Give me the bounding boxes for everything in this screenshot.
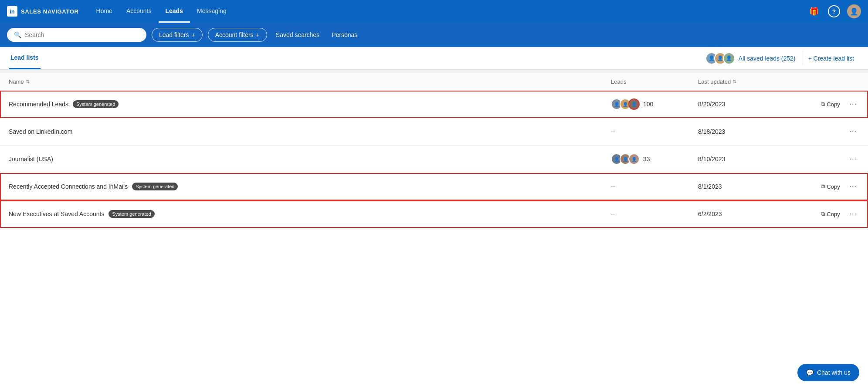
leads-count: -- xyxy=(611,210,615,217)
actions-new-executives: ⧉ Copy ··· xyxy=(807,208,859,220)
actions-saved-linkedin: ··· xyxy=(807,126,859,137)
lead-avatars: 👤 👤 👤 xyxy=(611,98,640,110)
row-name-text: Recently Accepted Connections and InMail… xyxy=(9,183,128,190)
leads-cell-recommended: 👤 👤 👤 100 xyxy=(611,98,698,110)
lead-avatars: 👤 👤 👤 xyxy=(611,153,640,165)
top-nav: in SALES NAVIGATOR Home Accounts Leads M… xyxy=(0,0,868,23)
row-name-journalist: Journalist (USA) xyxy=(9,156,611,163)
create-lead-list-label: + Create lead list xyxy=(808,55,854,62)
copy-label: Copy xyxy=(827,101,840,108)
user-avatar[interactable]: 👤 xyxy=(847,4,861,18)
system-badge: System generated xyxy=(108,210,154,218)
col-leads-header: Leads xyxy=(611,78,698,85)
actions-recommended: ⧉ Copy ··· xyxy=(807,98,859,110)
gift-icon-button[interactable]: 🎁 xyxy=(807,4,821,18)
personas-link[interactable]: Personas xyxy=(328,30,361,40)
table-row: Journalist (USA) 👤 👤 👤 33 8/10/2023 ··· xyxy=(0,146,868,173)
leads-cell-journalist: 👤 👤 👤 33 xyxy=(611,153,698,165)
copy-icon: ⧉ xyxy=(821,183,825,190)
date-new-executives: 6/2/2023 xyxy=(698,210,807,217)
copy-button-new-executives[interactable]: ⧉ Copy xyxy=(817,209,843,219)
search-input[interactable] xyxy=(25,31,139,38)
lead-avatar-j3: 👤 xyxy=(628,153,640,165)
copy-label: Copy xyxy=(827,211,840,217)
copy-icon: ⧉ xyxy=(821,101,825,108)
more-button-journalist[interactable]: ··· xyxy=(847,153,859,165)
row-name-recommended-leads: Recommended Leads System generated xyxy=(9,100,611,108)
name-sort-icon[interactable]: ⇅ xyxy=(26,79,30,85)
table-container: Name ⇅ Leads Last updated ⇅ Recommended … xyxy=(0,73,868,228)
row-name-text: Journalist (USA) xyxy=(9,156,53,163)
nav-accounts[interactable]: Accounts xyxy=(119,0,159,23)
row-name-new-executives: New Executives at Saved Accounts System … xyxy=(9,210,611,218)
lead-filters-button[interactable]: Lead filters + xyxy=(152,28,203,42)
copy-label: Copy xyxy=(827,183,840,190)
copy-button-recommended[interactable]: ⧉ Copy xyxy=(817,99,843,109)
tabs-bar: Lead lists 👤 👤 👤 All saved leads (252) +… xyxy=(0,47,868,70)
help-icon-button[interactable]: ? xyxy=(828,5,840,17)
create-lead-list-button[interactable]: + Create lead list xyxy=(803,51,859,65)
all-saved-leads-link[interactable]: 👤 👤 👤 All saved leads (252) xyxy=(705,52,796,64)
table-row: Recently Accepted Connections and InMail… xyxy=(0,173,868,200)
tab-lead-lists[interactable]: Lead lists xyxy=(9,47,41,69)
chat-with-us-button[interactable]: 💬 Chat with us xyxy=(797,364,859,381)
leads-cell-saved-linkedin: -- xyxy=(611,128,698,135)
lead-filters-label: Lead filters xyxy=(159,31,189,38)
account-filters-label: Account filters xyxy=(215,31,254,38)
chat-icon: 💬 xyxy=(806,369,814,376)
date-recently-accepted: 8/1/2023 xyxy=(698,183,807,190)
tabs-left: Lead lists xyxy=(9,47,51,69)
search-icon: 🔍 xyxy=(14,31,21,38)
table-row: New Executives at Saved Accounts System … xyxy=(0,200,868,228)
system-badge: System generated xyxy=(132,183,178,190)
copy-button-recently-accepted[interactable]: ⧉ Copy xyxy=(817,181,843,192)
date-journalist: 8/10/2023 xyxy=(698,156,807,163)
leads-count: -- xyxy=(611,183,615,190)
date-recommended: 8/20/2023 xyxy=(698,101,807,108)
table-row: Recommended Leads System generated 👤 👤 👤… xyxy=(0,91,868,118)
account-filters-button[interactable]: Account filters + xyxy=(208,28,267,42)
nav-messaging[interactable]: Messaging xyxy=(190,0,234,23)
linkedin-icon: in xyxy=(7,6,17,17)
col-name-header: Name ⇅ xyxy=(9,78,611,85)
more-button-recently-accepted[interactable]: ··· xyxy=(847,181,859,192)
search-bar: 🔍 Lead filters + Account filters + Saved… xyxy=(0,23,868,47)
more-button-recommended[interactable]: ··· xyxy=(847,98,859,110)
leads-cell-new-executives: -- xyxy=(611,210,698,217)
chat-label: Chat with us xyxy=(817,369,851,376)
nav-leads[interactable]: Leads xyxy=(159,0,190,23)
row-name-text: Recommended Leads xyxy=(9,101,68,108)
table-header: Name ⇅ Leads Last updated ⇅ xyxy=(0,73,868,91)
nav-links: Home Accounts Leads Messaging xyxy=(89,0,807,23)
brand-name: SALES NAVIGATOR xyxy=(21,8,79,15)
divider xyxy=(0,70,868,73)
more-button-saved-linkedin[interactable]: ··· xyxy=(847,126,859,137)
nav-right: 🎁 ? 👤 xyxy=(807,4,861,18)
nav-logo[interactable]: in SALES NAVIGATOR xyxy=(7,6,79,17)
system-badge: System generated xyxy=(73,100,119,108)
all-saved-leads-label: All saved leads (252) xyxy=(739,55,796,62)
copy-icon: ⧉ xyxy=(821,210,825,217)
col-actions-header xyxy=(807,78,859,85)
avatar-stack: 👤 👤 👤 xyxy=(705,52,735,64)
avatar-3: 👤 xyxy=(723,52,735,64)
last-updated-sort-icon[interactable]: ⇅ xyxy=(732,79,736,85)
nav-home[interactable]: Home xyxy=(89,0,119,23)
row-name-saved-linkedin: Saved on LinkedIn.com xyxy=(9,128,611,135)
more-button-new-executives[interactable]: ··· xyxy=(847,208,859,220)
col-last-updated-header: Last updated ⇅ xyxy=(698,78,807,85)
actions-recently-accepted: ⧉ Copy ··· xyxy=(807,181,859,192)
saved-searches-link[interactable]: Saved searches xyxy=(272,30,323,40)
row-name-text: Saved on LinkedIn.com xyxy=(9,128,72,135)
lead-avatar-3: 👤 xyxy=(628,98,640,110)
leads-count: 100 xyxy=(643,101,653,108)
table-row: Saved on LinkedIn.com -- 8/18/2023 ··· xyxy=(0,118,868,146)
search-input-wrap[interactable]: 🔍 xyxy=(7,28,146,42)
leads-count: 33 xyxy=(643,156,650,163)
leads-cell-recently-accepted: -- xyxy=(611,183,698,190)
lead-filters-plus-icon: + xyxy=(191,31,195,38)
row-name-recently-accepted: Recently Accepted Connections and InMail… xyxy=(9,183,611,190)
row-name-text: New Executives at Saved Accounts xyxy=(9,210,104,217)
account-filters-plus-icon: + xyxy=(256,31,260,38)
actions-journalist: ··· xyxy=(807,153,859,165)
